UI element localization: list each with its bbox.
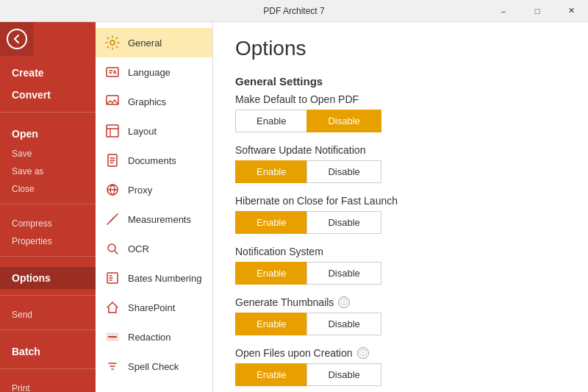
sharepoint-icon — [104, 299, 121, 316]
sidebar-item-properties[interactable]: Properties — [0, 232, 96, 250]
nav-item-layout-label: Layout — [128, 126, 157, 137]
setting-hibernate: Hibernate on Close for Fast Launch Enabl… — [235, 195, 566, 234]
setting-open-files-label: Open Files upon Creation ⓘ — [235, 347, 566, 359]
open-files-enable-btn[interactable]: Enable — [235, 363, 306, 386]
sidebar-group-options: Options — [0, 261, 96, 296]
sidebar-item-save[interactable]: Save — [0, 145, 96, 163]
minimize-button[interactable]: – — [487, 0, 520, 21]
nav-item-graphics[interactable]: Graphics — [96, 87, 212, 116]
main-content: Options General Settings Make Default to… — [213, 22, 588, 392]
setting-make-default: Make Default to Open PDF Enable Disable — [235, 93, 566, 132]
setting-hibernate-label: Hibernate on Close for Fast Launch — [235, 195, 566, 207]
sidebar-item-close[interactable]: Close — [0, 180, 96, 198]
sidebar-item-open[interactable]: Open — [0, 123, 96, 145]
nav-item-spell-check[interactable]: Spell Check — [96, 352, 212, 381]
hibernate-disable-btn[interactable]: Disable — [306, 211, 381, 234]
open-files-disable-btn[interactable]: Disable — [306, 363, 381, 386]
thumbnails-enable-btn[interactable]: Enable — [235, 313, 306, 335]
sidebar-item-convert[interactable]: Convert — [0, 84, 96, 106]
sidebar-item-create[interactable]: Create — [0, 62, 96, 84]
sidebar-item-options[interactable]: Options — [0, 267, 96, 289]
setting-open-files: Open Files upon Creation ⓘ Enable Disabl… — [235, 347, 566, 386]
close-button[interactable]: ✕ — [554, 0, 588, 21]
sidebar-item-print[interactable]: Print — [0, 379, 96, 392]
redaction-icon — [104, 329, 121, 345]
sidebar-group-send: Send — [0, 300, 96, 330]
svg-point-0 — [110, 40, 115, 45]
sidebar-item-compress[interactable]: Compress — [0, 215, 96, 232]
sidebar-item-save-as[interactable]: Save as — [0, 163, 96, 180]
maximize-button[interactable]: □ — [520, 0, 554, 21]
nav-item-sharepoint-label: SharePoint — [128, 302, 175, 313]
setting-software-update-label: Software Update Notification — [235, 144, 566, 156]
nav-item-measurements-label: Measurements — [128, 214, 191, 225]
nav-item-redaction-label: Redaction — [128, 332, 171, 343]
spell-check-icon — [104, 358, 121, 374]
setting-notification-toggle: Enable Disable — [235, 262, 566, 285]
sidebar-group-open: Open Save Save as Close — [0, 117, 96, 204]
layout-icon — [104, 123, 121, 139]
page-title: Options — [235, 37, 566, 60]
sidebar-group-batch: Batch — [0, 335, 96, 369]
documents-icon — [104, 152, 121, 168]
make-default-enable-btn[interactable]: Enable — [235, 110, 306, 132]
thumbnails-disable-btn[interactable]: Disable — [306, 313, 381, 335]
nav-item-bates-numbering[interactable]: Bates Numbering — [96, 263, 212, 293]
nav-item-documents-label: Documents — [128, 155, 176, 166]
setting-open-files-toggle: Enable Disable — [235, 363, 566, 386]
nav-item-documents[interactable]: Documents — [96, 146, 212, 175]
nav-item-ocr[interactable]: OCR — [96, 234, 212, 263]
nav-item-proxy-label: Proxy — [128, 185, 152, 196]
notification-disable-btn[interactable]: Disable — [306, 262, 381, 285]
setting-notification-label: Notification System — [235, 246, 566, 257]
nav-item-redaction[interactable]: Redaction — [96, 322, 212, 352]
nav-item-proxy[interactable]: Proxy — [96, 175, 212, 204]
setting-notification: Notification System Enable Disable — [235, 246, 566, 285]
app-body: Create Convert Open Save Save as Close C… — [0, 22, 588, 392]
ocr-icon — [104, 240, 121, 257]
titlebar-title: PDF Architect 7 — [263, 6, 324, 16]
general-icon — [104, 35, 121, 51]
nav-item-layout[interactable]: Layout — [96, 116, 212, 146]
titlebar-controls: – □ ✕ — [487, 0, 588, 21]
sidebar-group-print: Print — [0, 374, 96, 392]
language-icon — [104, 64, 121, 80]
back-button[interactable] — [0, 22, 34, 56]
sidebar-item-batch[interactable]: Batch — [0, 341, 96, 363]
nav-item-spell-check-label: Spell Check — [128, 361, 179, 372]
hibernate-enable-btn[interactable]: Enable — [235, 211, 306, 234]
svg-rect-1 — [107, 68, 118, 76]
graphics-icon — [104, 93, 121, 110]
nav-item-graphics-label: Graphics — [128, 96, 166, 107]
setting-thumbnails-label: Generate Thumbnails ⓘ — [235, 296, 566, 308]
software-update-disable-btn[interactable]: Disable — [306, 160, 381, 183]
back-icon — [7, 29, 27, 49]
nav-item-measurements[interactable]: Measurements — [96, 204, 212, 234]
nav-item-sharepoint[interactable]: SharePoint — [96, 293, 212, 322]
nav-item-general-label: General — [128, 38, 162, 49]
notification-enable-btn[interactable]: Enable — [235, 262, 306, 285]
thumbnails-info-icon[interactable]: ⓘ — [338, 296, 350, 308]
svg-rect-3 — [107, 125, 118, 137]
open-files-info-icon[interactable]: ⓘ — [357, 347, 369, 359]
software-update-enable-btn[interactable]: Enable — [235, 160, 306, 183]
nav-item-language[interactable]: Language — [96, 57, 212, 87]
section-title: General Settings — [235, 75, 566, 88]
nav-item-bates-numbering-label: Bates Numbering — [128, 273, 201, 284]
nav-item-general[interactable]: General — [96, 28, 212, 57]
setting-make-default-label: Make Default to Open PDF — [235, 93, 566, 105]
make-default-disable-btn[interactable]: Disable — [306, 110, 381, 132]
bates-numbering-icon — [104, 270, 121, 286]
sidebar: Create Convert Open Save Save as Close C… — [0, 22, 96, 392]
setting-thumbnails: Generate Thumbnails ⓘ Enable Disable — [235, 296, 566, 335]
sidebar-item-send[interactable]: Send — [0, 306, 96, 324]
sidebar-group-create-convert: Create Convert — [0, 56, 96, 113]
proxy-icon — [104, 182, 121, 198]
nav-item-language-label: Language — [128, 67, 171, 78]
setting-make-default-toggle: Enable Disable — [235, 110, 566, 132]
measurements-icon — [104, 211, 121, 227]
nav-item-ocr-label: OCR — [128, 243, 149, 254]
setting-software-update: Software Update Notification Enable Disa… — [235, 144, 566, 183]
options-nav: General Language Graphics — [96, 22, 213, 392]
setting-thumbnails-toggle: Enable Disable — [235, 313, 566, 335]
